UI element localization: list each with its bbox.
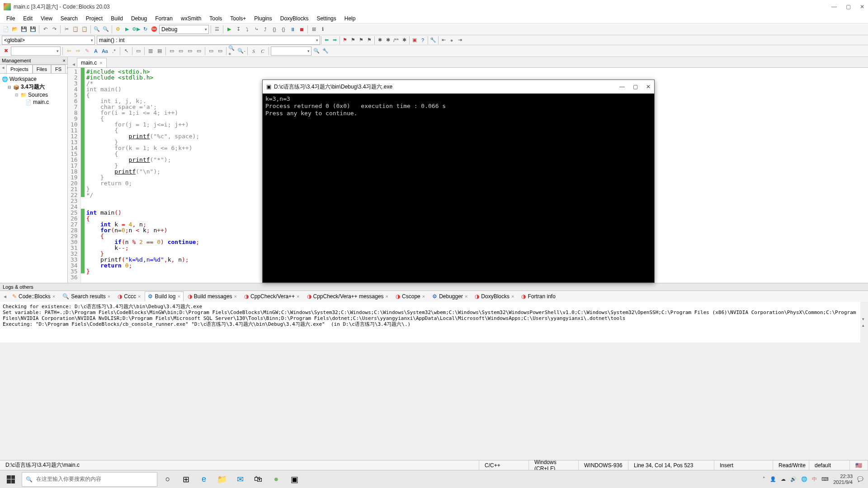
tab-nav-left-icon[interactable]: ◂ (0, 65, 6, 73)
break-icon[interactable]: ⏸ (288, 25, 297, 33)
log-tab-cscope[interactable]: ◑Cscope× (392, 291, 428, 301)
log-tab-buildlog[interactable]: ⚙Build log× (145, 291, 183, 301)
menu-project[interactable]: Project (82, 14, 106, 23)
log-body[interactable]: Checking for existence: D:\c语言练习\3.4习题六\… (0, 302, 860, 343)
text-a-icon[interactable]: A (92, 47, 100, 55)
tray-volume-icon[interactable]: 🔊 (790, 476, 797, 482)
console-close-button[interactable]: ✕ (646, 84, 651, 90)
tab-files[interactable]: Files (33, 65, 51, 73)
log-tab-doxyblocks[interactable]: ◑DoxyBlocks× (472, 291, 517, 301)
tray-chevron-icon[interactable]: ˄ (763, 476, 765, 482)
tray-people-icon[interactable]: 👤 (770, 476, 776, 482)
mail-icon[interactable]: ✉ (234, 474, 246, 485)
debug-continue-icon[interactable]: ▶ (225, 25, 233, 33)
run-icon[interactable]: ▶ (123, 25, 131, 33)
menu-search[interactable]: Search (57, 14, 81, 23)
tree-file-main[interactable]: main.c (2, 99, 66, 106)
nav-next-icon[interactable]: ⇥ (456, 36, 464, 44)
menu-settings[interactable]: Settings (313, 14, 340, 23)
log-tab-cccc[interactable]: ◑Cccc× (114, 291, 144, 301)
tab-fs[interactable]: FS (51, 65, 66, 73)
store-icon[interactable]: 🛍 (252, 474, 264, 485)
menu-wxsmith[interactable]: wxSmith (177, 14, 205, 23)
log-tab-close-icon[interactable]: × (52, 294, 55, 299)
open-file-icon[interactable]: 📂 (11, 25, 19, 33)
build-target-dropdown[interactable]: Debug (159, 25, 209, 34)
menu-toolsplus[interactable]: Tools+ (226, 14, 250, 23)
doxy-tool-icon[interactable]: ✱ (400, 36, 408, 44)
search-dropdown[interactable] (271, 47, 311, 56)
taskbar-clock[interactable]: 22:33 2021/9/4 (833, 474, 853, 485)
block-select-icon[interactable]: ▭ (134, 47, 142, 55)
nav-forward-icon[interactable]: ⇨ (74, 47, 82, 55)
find-icon[interactable]: 🔍 (93, 25, 101, 33)
console-body[interactable]: k=3,n=3 Process returned 0 (0x0) executi… (263, 94, 654, 282)
break-loop-icon[interactable]: ▭ (177, 47, 185, 55)
next-bookmark-icon[interactable]: ⚑ (357, 36, 365, 44)
explorer-icon[interactable]: 📁 (216, 474, 228, 485)
nav-rec-icon[interactable]: ● (448, 36, 456, 44)
tree-project[interactable]: ⊟3.4习题六 (2, 83, 66, 91)
menu-tools[interactable]: Tools (206, 14, 226, 23)
secondary-dropdown[interactable] (11, 47, 61, 56)
doxy-settings-icon[interactable]: 🔧 (429, 36, 437, 44)
scope-dropdown[interactable]: <global> (2, 36, 95, 45)
match-case-icon[interactable]: Aa (101, 47, 109, 55)
doxy-run-icon[interactable]: ▣ (410, 36, 419, 44)
maximize-button[interactable]: ▢ (846, 4, 851, 10)
save-all-icon[interactable]: 💾 (29, 25, 37, 33)
build-icon[interactable]: ⚙ (114, 25, 122, 33)
log-tab-fortran[interactable]: ◑Fortran info (518, 291, 558, 301)
break-cond-icon[interactable]: ▭ (186, 47, 194, 55)
step-into-icon[interactable]: ⤷ (252, 25, 260, 33)
tool-settings-icon[interactable]: 🔧 (321, 47, 330, 55)
code-content[interactable]: #include <stdio.h> #include <stdlib.h> /… (85, 68, 202, 283)
app-icon[interactable]: ● (270, 474, 282, 485)
doxy-1-icon[interactable]: ✱ (376, 36, 384, 44)
close-button[interactable]: ✕ (860, 4, 864, 10)
tray-ime-icon[interactable]: 中 (812, 476, 817, 483)
nav-back-icon[interactable]: ⇦ (65, 47, 73, 55)
doxy-2-icon[interactable]: ✱ (384, 36, 392, 44)
log-tab-buildmsg[interactable]: ◑Build messages× (184, 291, 240, 301)
abort-icon[interactable]: ⛔ (150, 25, 158, 33)
rebuild-icon[interactable]: ↻ (141, 25, 149, 33)
tray-notifications-icon[interactable]: 💬 (857, 476, 863, 482)
redo-icon[interactable]: ↷ (50, 25, 58, 33)
step-out-icon[interactable]: ⤴ (261, 25, 269, 33)
edge-icon[interactable]: e (198, 474, 210, 485)
prev-bookmark-icon[interactable]: ⚑ (349, 36, 357, 44)
cut-icon[interactable]: ✂ (62, 25, 71, 33)
s-icon[interactable]: S (250, 47, 258, 55)
tab-close-icon[interactable]: × (99, 60, 102, 66)
undo-icon[interactable]: ↶ (41, 25, 49, 33)
menu-build[interactable]: Build (107, 14, 127, 23)
tab-nav-left-icon[interactable]: ◂ (71, 61, 77, 67)
replace-icon[interactable]: 🔍 (102, 25, 110, 33)
paste-icon[interactable]: 📋 (80, 25, 89, 33)
menu-debug[interactable]: Debug (127, 14, 151, 23)
doxy-help-icon[interactable]: ? (419, 36, 427, 44)
log-tab-cppcheckmsg[interactable]: ◑CppCheck/Vera++ messages× (304, 291, 392, 301)
tray-network-icon[interactable]: 🌐 (801, 476, 807, 482)
menu-view[interactable]: View (37, 14, 56, 23)
tray-onedrive-icon[interactable]: ☁ (781, 476, 786, 482)
regex-icon[interactable]: .* (110, 47, 118, 55)
toggle-1-icon[interactable]: ▥ (146, 47, 155, 55)
start-button[interactable] (0, 470, 22, 488)
select-icon[interactable]: ↖ (122, 47, 130, 55)
log-tab-search[interactable]: 🔍Search results× (59, 291, 113, 301)
minimize-button[interactable]: — (831, 4, 837, 10)
step-into-instr-icon[interactable]: {} (279, 25, 288, 33)
jump-fwd-icon[interactable]: ➡ (330, 36, 339, 44)
toggle-bookmark-icon[interactable]: ⚑ (341, 36, 349, 44)
editor-tab-main[interactable]: main.c × (77, 58, 107, 67)
log-tab-debugger[interactable]: ⚙Debugger× (429, 291, 471, 301)
status-lang-icon[interactable]: 🇺🇸 (850, 460, 868, 470)
menu-fortran[interactable]: Fortran (151, 14, 176, 23)
menu-doxyblocks[interactable]: DoxyBlocks (277, 14, 312, 23)
jump-back-icon[interactable]: ⬅ (322, 36, 330, 44)
function-dropdown[interactable]: main() : int (97, 36, 320, 45)
next-line-icon[interactable]: ⤵ (243, 25, 251, 33)
c-icon[interactable]: C (259, 47, 267, 55)
